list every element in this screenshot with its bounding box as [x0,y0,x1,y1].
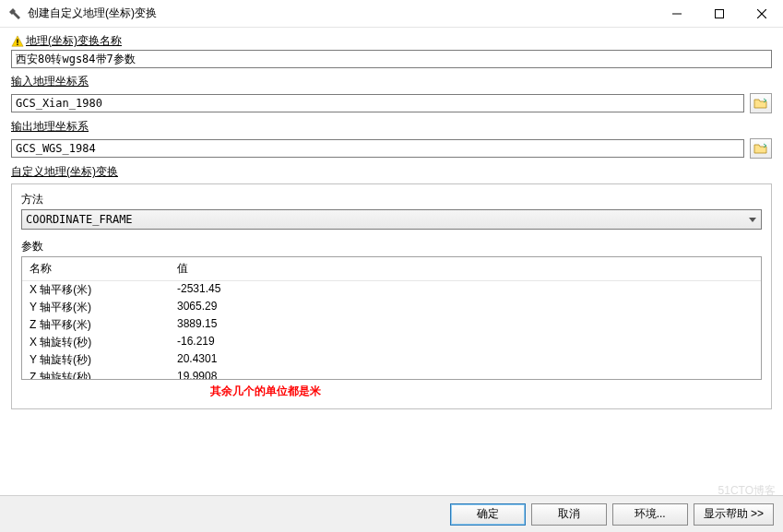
param-row[interactable]: Y 轴平移(米)3065.29 [22,299,761,316]
svg-marker-0 [9,8,20,19]
name-input[interactable] [11,50,772,68]
cancel-button[interactable]: 取消 [531,503,607,526]
maximize-button[interactable] [698,0,741,27]
param-row[interactable]: X 轴平移(米)-2531.45 [22,281,761,299]
param-value[interactable]: 3889.15 [177,317,753,333]
param-value[interactable]: -2531.45 [177,282,753,298]
minimize-button[interactable] [656,0,698,27]
params-scroll[interactable]: 名称 值 X 轴平移(米)-2531.45Y 轴平移(米)3065.29Z 轴平… [22,257,761,379]
param-name: X 轴平移(米) [30,282,177,298]
output-crs-field[interactable] [11,139,744,158]
ok-button[interactable]: 确定 [450,503,526,526]
param-value[interactable]: -16.219 [177,335,753,350]
name-label: 地理(坐标)变换名称 [26,33,122,49]
param-name: Z 轴平移(米) [30,317,177,333]
environment-button[interactable]: 环境... [612,503,688,526]
warning-icon [11,35,24,48]
window-title: 创建自定义地理(坐标)变换 [28,6,656,21]
dialog-footer: 确定 取消 环境... 显示帮助 >> [0,495,783,532]
svg-rect-6 [17,39,18,42]
param-name: Z 轴旋转(秒) [30,370,177,379]
param-row[interactable]: Z 轴旋转(秒)19.9908 [22,369,761,379]
param-row[interactable]: X 轴旋转(秒)-16.219 [22,334,761,351]
window-titlebar: 创建自定义地理(坐标)变换 [0,0,783,28]
folder-open-icon [753,97,768,110]
input-crs-label: 输入地理坐标系 [11,74,772,89]
custom-transform-box: 方法 COORDINATE_FRAME 参数 名称 值 X 轴平移(米)-253… [11,183,772,409]
column-header-name[interactable]: 名称 [22,257,170,280]
folder-open-icon [753,142,768,155]
param-row[interactable]: Z 轴平移(米)3889.15 [22,316,761,334]
param-name: Y 轴旋转(秒) [30,352,177,368]
output-crs-browse-button[interactable] [750,138,772,159]
note-others: 其余几个的单位都是米 [210,384,762,399]
input-crs-field[interactable] [11,94,744,112]
params-table: 名称 值 X 轴平移(米)-2531.45Y 轴平移(米)3065.29Z 轴平… [21,256,762,380]
svg-rect-2 [716,9,724,18]
close-button[interactable] [741,0,783,27]
column-header-value[interactable]: 值 [170,257,761,280]
svg-rect-7 [17,43,18,44]
param-value[interactable]: 20.4301 [177,352,753,368]
hammer-icon [7,6,22,21]
params-label: 参数 [21,239,762,254]
param-name: Y 轴平移(米) [30,300,177,315]
method-label: 方法 [21,192,762,207]
param-name: X 轴旋转(秒) [30,335,177,350]
method-select[interactable]: COORDINATE_FRAME [21,209,762,230]
output-crs-label: 输出地理坐标系 [11,119,772,135]
custom-transform-label: 自定义地理(坐标)变换 [11,164,772,180]
param-value[interactable]: 19.9908 [177,370,753,379]
param-row[interactable]: Y 轴旋转(秒)20.4301 [22,351,761,369]
input-crs-browse-button[interactable] [750,93,772,113]
show-help-button[interactable]: 显示帮助 >> [694,503,774,526]
param-value[interactable]: 3065.29 [177,300,753,315]
